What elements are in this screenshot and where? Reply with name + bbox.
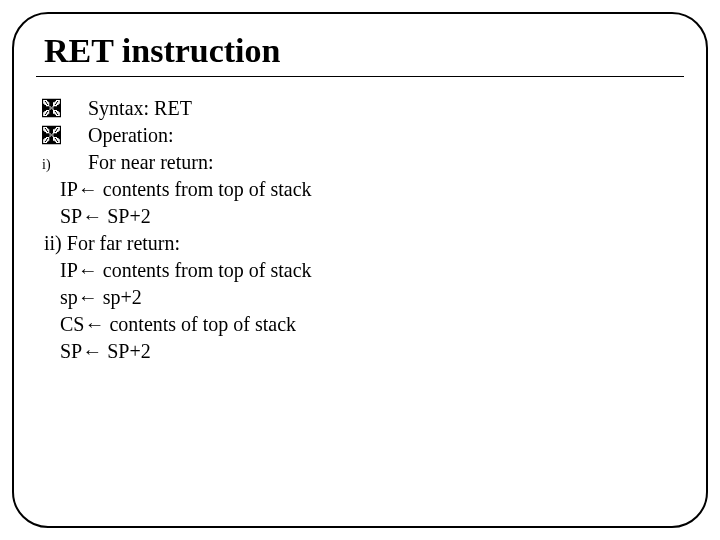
text-far-sp2: SP← SP+2 xyxy=(42,338,678,365)
bullet-operation: 🙩 Operation: xyxy=(42,122,678,149)
text-near-sp: SP← SP+2 xyxy=(42,203,678,230)
bullet-syntax: 🙩 Syntax: RET xyxy=(42,95,678,122)
title-divider xyxy=(36,76,684,77)
text-near: For near return: xyxy=(88,149,214,176)
curly-bullet-icon: 🙩 xyxy=(42,95,88,122)
curly-bullet-icon: 🙩 xyxy=(42,122,88,149)
text-far-cs: CS← contents of top of stack xyxy=(42,311,678,338)
text-operation: Operation: xyxy=(88,122,174,149)
roman-bullet: i) xyxy=(42,156,88,175)
text-far-ip: IP← contents from top of stack xyxy=(42,257,678,284)
text-far: ii) For far return: xyxy=(42,230,678,257)
bullet-near: i) For near return: xyxy=(42,149,678,176)
slide-title: RET instruction xyxy=(42,32,678,70)
slide-frame: RET instruction 🙩 Syntax: RET 🙩 Operatio… xyxy=(12,12,708,528)
slide-content: 🙩 Syntax: RET 🙩 Operation: i) For near r… xyxy=(42,95,678,365)
text-near-ip: IP← contents from top of stack xyxy=(42,176,678,203)
text-syntax: Syntax: RET xyxy=(88,95,192,122)
text-far-sp1: sp← sp+2 xyxy=(42,284,678,311)
